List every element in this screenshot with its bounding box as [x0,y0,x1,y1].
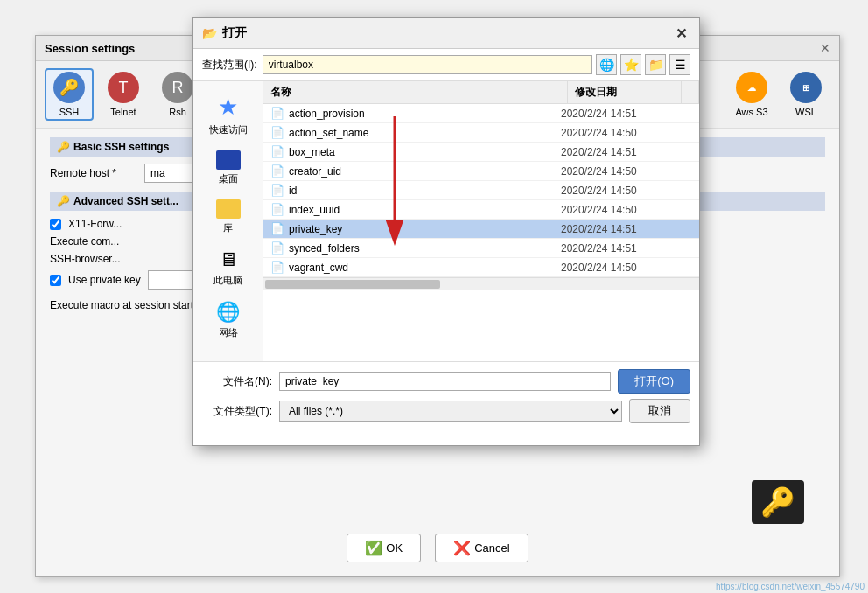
file-name-cell: 📄 id [270,184,561,197]
file-list-row[interactable]: 📄 creator_uid 2020/2/24 14:50 [263,162,699,181]
file-list-area: 名称 修改日期 📄 action_provision 2020/2/24 14:… [263,81,699,361]
nav-library[interactable]: 库 [198,194,259,240]
file-list-row[interactable]: 📄 id 2020/2/24 14:50 [263,181,699,200]
file-list-row[interactable]: 📄 index_uuid 2020/2/24 14:50 [263,200,699,220]
file-dialog-body: ★ 快速访问 桌面 库 🖥 此电脑 🌐 网络 名称 [193,81,699,361]
file-list-row[interactable]: 📄 synced_folders 2020/2/24 14:51 [263,239,699,258]
network-label: 网络 [219,326,238,339]
file-date-cell: 2020/2/24 14:50 [561,204,675,216]
filetype-select[interactable]: All files (*.*) [279,401,622,422]
file-icon: 📄 [270,203,284,216]
file-date-cell: 2020/2/24 14:51 [561,223,675,235]
file-list-row[interactable]: 📄 action_provision 2020/2/24 14:51 [263,104,699,123]
rsh-icon: R [162,72,193,103]
basic-section-label: Basic SSH settings [74,141,169,153]
file-list-row[interactable]: 📄 vagrant_cwd 2020/2/24 14:50 [263,258,699,277]
file-icon: 📄 [270,107,284,120]
nav-desktop[interactable]: 桌面 [198,145,259,191]
scrollbar-thumb [265,280,440,289]
file-dialog-title-text: 打开 [222,25,247,41]
telnet-icon: T [108,72,139,103]
forward-button[interactable]: ⭐ [620,54,641,75]
library-icon [216,199,241,219]
desktop-icon [216,150,241,170]
file-name-cell: 📄 synced_folders [270,241,561,255]
file-list-row[interactable]: 📄 box_meta 2020/2/24 14:51 [263,143,699,162]
use-private-key-checkbox[interactable] [50,275,61,286]
session-bottom-buttons: ✅ OK ❌ Cancel [36,534,839,562]
wsl-icon: ⊞ [790,72,822,103]
file-list-rows: 📄 action_provision 2020/2/24 14:51 📄 act… [263,104,699,277]
location-input[interactable] [262,55,592,74]
file-list-row[interactable]: 📄 action_set_name 2020/2/24 14:50 [263,123,699,143]
col-header-name: 名称 [263,81,568,103]
telnet-tab[interactable]: T Telnet [99,68,148,121]
advanced-section-label: Advanced SSH sett... [74,195,178,207]
file-icon: 📄 [270,261,284,274]
use-private-key-label: Use private key [68,274,141,286]
file-dialog-close-button[interactable]: ✕ [671,24,690,43]
file-date-cell: 2020/2/24 14:50 [561,185,675,197]
cancel-button[interactable]: ❌ Cancel [435,534,528,562]
file-icon: 📄 [270,184,284,197]
up-button[interactable]: 📁 [645,54,666,75]
ok-label: OK [386,541,402,555]
file-name-cell: 📄 index_uuid [270,203,561,216]
cancel-icon: ❌ [453,540,471,556]
cancel-file-button[interactable]: 取消 [629,399,690,423]
file-date-cell: 2020/2/24 14:50 [561,127,675,139]
filetype-row: 文件类型(T): All files (*.*) 取消 [202,399,690,423]
execute-label: Execute com... [50,235,119,248]
file-list-row[interactable]: 📄 private_key 2020/2/24 14:51 [263,220,699,239]
file-dialog-titlebar: 📂 打开 ✕ [193,18,699,49]
location-label: 查找范围(I): [202,58,257,73]
file-name-text: private_key [289,223,342,235]
session-close-button[interactable]: ✕ [820,41,830,55]
network-icon: 🌐 [216,301,240,324]
ssh-tab[interactable]: 🔑 SSH [45,68,94,121]
file-dialog-title: 📂 打开 [202,25,247,41]
file-dialog-bottom: 文件名(N): 打开(O) 文件类型(T): All files (*.*) 取… [193,361,699,436]
remote-host-label: Remote host * [50,167,137,179]
file-name-text: creator_uid [289,165,341,178]
col-header-extra [682,81,699,103]
filetype-label: 文件类型(T): [202,404,272,419]
col-header-date: 修改日期 [568,81,682,103]
file-icon: 📄 [270,222,284,235]
menu-button[interactable]: ☰ [669,54,690,75]
nav-network[interactable]: 🌐 网络 [198,296,259,345]
file-date-cell: 2020/2/24 14:51 [561,108,675,120]
x11-label: X11-Forw... [68,218,122,230]
advanced-section-icon: 🔑 [57,195,70,207]
horizontal-scrollbar[interactable] [263,277,699,290]
file-name-cell: 📄 creator_uid [270,164,561,178]
file-dialog-title-icon: 📂 [202,26,217,40]
wsl-label: WSL [795,107,816,117]
library-label: 库 [223,221,233,234]
file-icon: 📄 [270,241,284,255]
macro-label: Execute macro at session start: [50,299,196,311]
file-dialog: 📂 打开 ✕ 查找范围(I): 🌐 ⭐ 📁 ☰ ★ 快速访问 桌面 [192,17,700,446]
file-date-cell: 2020/2/24 14:51 [561,146,675,158]
file-name-cell: 📄 action_provision [270,107,561,120]
file-icon: 📄 [270,126,284,139]
ssh-label: SSH [60,107,80,117]
wsl-tab[interactable]: ⊞ WSL [781,68,830,121]
ok-button[interactable]: ✅ OK [346,534,421,562]
file-name-cell: 📄 box_meta [270,145,561,158]
rsh-label: Rsh [169,107,186,117]
nav-pc[interactable]: 🖥 此电脑 [198,243,259,292]
pc-icon: 🖥 [219,248,238,271]
file-name-text: id [289,185,297,197]
file-date-cell: 2020/2/24 14:50 [561,165,675,178]
quick-access-icon: ★ [218,94,238,121]
x11-checkbox[interactable] [50,219,61,230]
file-dialog-toolbar: 查找范围(I): 🌐 ⭐ 📁 ☰ [193,49,699,81]
ssh-browser-label: SSH-browser... [50,253,121,265]
back-button[interactable]: 🌐 [596,54,617,75]
nav-quick-access[interactable]: ★ 快速访问 [198,88,259,142]
aws-tab[interactable]: ☁ Aws S3 [727,68,776,121]
filename-input[interactable] [279,372,611,391]
nav-panel: ★ 快速访问 桌面 库 🖥 此电脑 🌐 网络 [193,81,263,361]
open-button[interactable]: 打开(O) [618,369,690,394]
